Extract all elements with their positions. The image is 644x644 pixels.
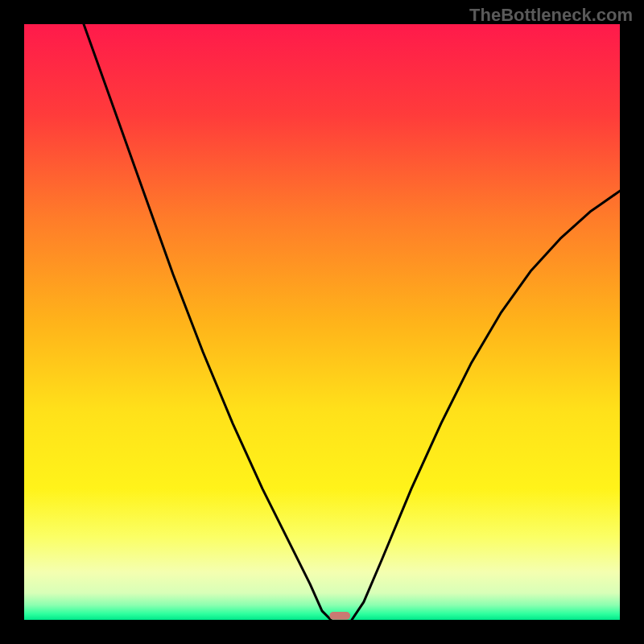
- gradient-background: [24, 24, 620, 620]
- chart-svg: [24, 24, 620, 620]
- watermark-text: TheBottleneck.com: [469, 5, 633, 26]
- chart-container: TheBottleneck.com: [0, 0, 644, 644]
- plot-area: [24, 24, 620, 620]
- bottleneck-marker: [329, 612, 350, 620]
